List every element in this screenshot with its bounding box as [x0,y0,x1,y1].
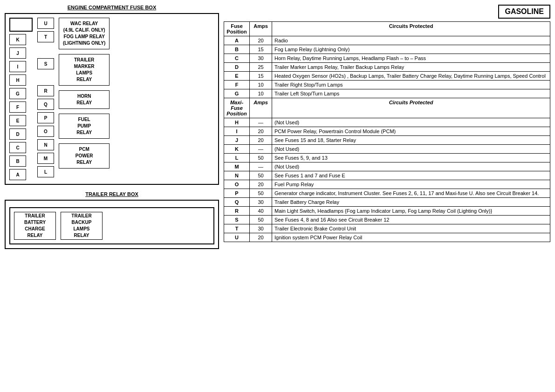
maxi-row-q: Q 30 Trailer Battery Charge Relay [224,198,550,207]
maxi-pos: S [224,216,250,224]
fuse-I: I [9,61,26,72]
fuse-J: J [9,47,26,59]
relay-fuel-pump: FUELPUMPRELAY [59,114,110,139]
maxi-desc: Generator charge indicator, Instrument C… [272,189,550,198]
maxi-amps: 20 [250,127,272,136]
fuse-desc: Fog Lamp Relay (Lightning Only) [272,45,550,54]
fuse-blank1 [37,45,54,56]
maxi-row-h: H — (Not Used) [224,118,550,127]
fuse-desc: Trailer Right Stop/Turn Lamps [272,81,550,89]
fuse-pos: F [224,81,250,89]
maxi-amps: — [250,118,272,127]
maxi-row-r: R 40 Main Light Switch, Headlamps {Fog L… [224,207,550,216]
maxi-pos: L [224,154,250,162]
fuse-row-g: G 10 Trailer Left Stop/Turn Lamps [224,89,550,98]
maxi-desc: Trailer Electronic Brake Control Unit [272,224,550,233]
col-a: K J I H G F E D C B A [9,18,33,180]
maxi-row-i: I 20 PCM Power Relay, Powertrain Control… [224,127,550,136]
maxi-amps: 50 [250,216,272,224]
trailer-battery-charge-relay: TRAILERBATTERYCHARGERELAY [14,212,56,240]
maxi-desc: See Fuses 4, 8 and 16 Also see Circuit B… [272,216,550,224]
fuse-desc: Trailer Left Stop/Turn Lamps [272,89,550,98]
fuse-G: G [9,88,26,99]
col-header-circuits: Circuits Protected [272,22,550,36]
engine-layout: K J I H G F E D C B A U T S R Q [9,18,214,180]
fuse-desc: Trailer Marker Lamps Relay, Trailer Back… [272,63,550,72]
fuse-empty-rect [9,18,33,32]
fuse-pos: C [224,54,250,63]
fuse-F: F [9,101,26,113]
maxi-row-u: U 20 Ignition system PCM Power Relay Coi… [224,233,550,242]
maxi-pos: Q [224,198,250,207]
trailer-fuse-box: TRAILERBATTERYCHARGERELAY TRAILERBACKUPL… [5,200,219,249]
relay-wac: WAC RELAY(4.9L CALIF. ONLY)FOG LAMP RELA… [59,18,110,49]
maxi-row-j: J 20 See Fuses 15 and 18, Starter Relay [224,136,550,145]
maxi-header-pos: Maxi-FusePosition [224,98,250,118]
fuse-B: B [9,155,26,167]
maxi-pos: H [224,118,250,127]
maxi-pos: R [224,207,250,216]
fuse-D: D [9,128,26,140]
fuse-row-c: C 30 Horn Relay, Daytime Running Lamps, … [224,54,550,63]
fuse-E: E [9,115,26,126]
maxi-row-m: M — (Not Used) [224,162,550,171]
relay-pcm-power: PCMPOWERRELAY [59,143,110,169]
fuse-pos: A [224,36,250,45]
gasoline-badge: GASOLINE [498,5,550,19]
fuse-row-b: B 15 Fog Lamp Relay (Lightning Only) [224,45,550,54]
maxi-amps: — [250,162,272,171]
fuse-table: FusePosition Amps Circuits Protected A 2… [224,21,550,242]
maxi-amps: 40 [250,207,272,216]
fuse-row-d: D 25 Trailer Marker Lamps Relay, Trailer… [224,63,550,72]
fuse-R: R [37,85,54,96]
maxi-desc: (Not Used) [272,162,550,171]
fuse-C: C [9,142,26,153]
col-header-amps: Amps [250,22,272,36]
engine-section-title: ENGINE COMPARTMENT FUSE BOX [5,5,219,10]
maxi-row-o: O 20 Fuel Pump Relay [224,180,550,189]
maxi-desc: Trailer Battery Charge Relay [272,198,550,207]
maxi-desc: Ignition system PCM Power Relay Coil [272,233,550,242]
engine-fuse-box: K J I H G F E D C B A U T S R Q [5,13,219,185]
maxi-desc: See Fuses 15 and 18, Starter Relay [272,136,550,145]
fuse-row-e: E 15 Heated Oxygen Sensor (HO2s) , Backu… [224,72,550,81]
maxi-desc: (Not Used) [272,118,550,127]
maxi-row-p: P 50 Generator charge indicator, Instrum… [224,189,550,198]
maxi-header-circuits: Circuits Protected [272,98,550,118]
maxi-amps: 20 [250,136,272,145]
relay-boxes: WAC RELAY(4.9L CALIF. ONLY)FOG LAMP RELA… [59,18,110,169]
fuse-pos: G [224,89,250,98]
fuse-H: H [9,74,26,86]
maxi-amps: 30 [250,198,272,207]
fuse-S: S [37,58,54,69]
maxi-pos: K [224,145,250,154]
maxi-pos: P [224,189,250,198]
maxi-amps: 30 [250,224,272,233]
maxi-pos: N [224,171,250,180]
maxi-desc: (Not Used) [272,145,550,154]
maxi-pos: O [224,180,250,189]
maxi-pos: T [224,224,250,233]
maxi-desc: See Fuses 5, 9, and 13 [272,154,550,162]
fuse-pos: D [224,63,250,72]
maxi-amps: 20 [250,180,272,189]
right-panel: GASOLINE FusePosition Amps Circuits Prot… [224,5,550,387]
maxi-amps: 50 [250,189,272,198]
fuse-amps: 15 [250,45,272,54]
fuse-row-f: F 10 Trailer Right Stop/Turn Lamps [224,81,550,89]
maxi-desc: PCM Power Relay, Powertrain Control Modu… [272,127,550,136]
maxi-amps: — [250,145,272,154]
fuse-U: U [37,18,54,29]
maxi-pos: J [224,136,250,145]
fuse-desc: Radio [272,36,550,45]
trailer-relay-inner: TRAILERBATTERYCHARGERELAY TRAILERBACKUPL… [9,207,214,244]
fuse-amps: 20 [250,36,272,45]
relay-horn: HORNRELAY [59,90,110,109]
trailer-section-title: TRAILER RELAY BOX [5,191,219,197]
fuse-Q: Q [37,99,54,110]
fuse-P: P [37,112,54,123]
maxi-row-l: L 50 See Fuses 5, 9, and 13 [224,154,550,162]
fuse-pos: B [224,45,250,54]
col-b: U T S R Q P O N M L [37,18,54,177]
maxi-desc: See Fuses 1 and 7 and Fuse E [272,171,550,180]
